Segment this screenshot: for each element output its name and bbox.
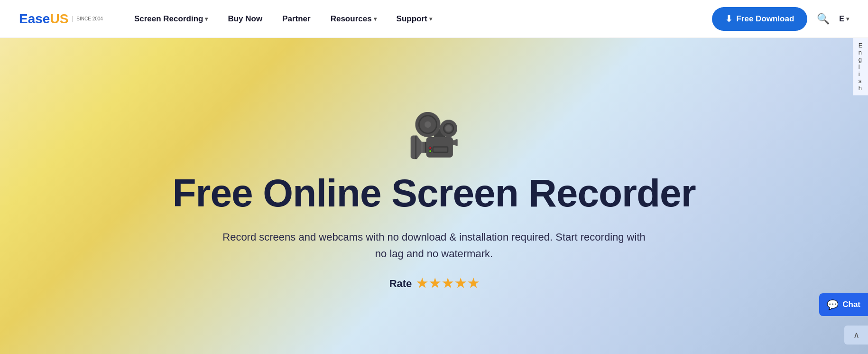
- nav-partner[interactable]: Partner: [275, 10, 318, 28]
- side-lang-panel[interactable]: English: [853, 38, 868, 95]
- nav-links: Screen Recording ▾ Buy Now Partner Resou…: [127, 10, 712, 28]
- star-5: ★: [468, 276, 479, 291]
- nav-screen-recording[interactable]: Screen Recording ▾: [127, 10, 216, 28]
- hero-section: 🎥 Free Online Screen Recorder Record scr…: [0, 38, 868, 354]
- logo[interactable]: EaseUS SINCE 2004: [19, 11, 103, 27]
- star-rating: ★ ★ ★ ★ ★: [416, 276, 479, 291]
- logo-since: SINCE 2004: [72, 16, 103, 22]
- rate-label: Rate: [389, 278, 412, 290]
- download-icon: ⬇: [725, 14, 732, 24]
- language-selector[interactable]: E ▾: [839, 15, 849, 23]
- chat-icon: 💬: [827, 299, 839, 310]
- scroll-to-top-button[interactable]: ∧: [844, 326, 868, 345]
- chevron-down-icon: ▾: [374, 16, 377, 22]
- chevron-down-icon: ▾: [205, 16, 208, 22]
- star-1: ★: [416, 276, 427, 291]
- logo-ease: Ease: [19, 11, 50, 26]
- chevron-down-icon: ▾: [846, 16, 849, 22]
- chat-label: Chat: [842, 300, 860, 309]
- star-4: ★: [455, 276, 466, 291]
- nav-buy-now[interactable]: Buy Now: [220, 10, 270, 28]
- hero-rating: Rate ★ ★ ★ ★ ★: [389, 276, 479, 291]
- navbar: EaseUS SINCE 2004 Screen Recording ▾ Buy…: [0, 0, 868, 38]
- chevron-up-icon: ∧: [853, 330, 859, 340]
- hero-title: Free Online Screen Recorder: [172, 172, 695, 214]
- chevron-down-icon: ▾: [429, 16, 432, 22]
- star-2: ★: [429, 276, 440, 291]
- hero-subtitle: Record screens and webcams with no downl…: [221, 229, 647, 262]
- nav-support[interactable]: Support ▾: [389, 10, 440, 28]
- logo-us: US: [50, 11, 68, 26]
- video-camera-icon: 🎥: [407, 111, 461, 160]
- nav-right: ⬇ Free Download 🔍 E ▾: [712, 7, 849, 31]
- search-icon[interactable]: 🔍: [815, 11, 831, 27]
- chat-button[interactable]: 💬 Chat: [819, 293, 868, 316]
- logo-text: EaseUS: [19, 11, 68, 27]
- free-download-button[interactable]: ⬇ Free Download: [712, 7, 807, 31]
- nav-resources[interactable]: Resources ▾: [323, 10, 384, 28]
- star-3: ★: [442, 276, 453, 291]
